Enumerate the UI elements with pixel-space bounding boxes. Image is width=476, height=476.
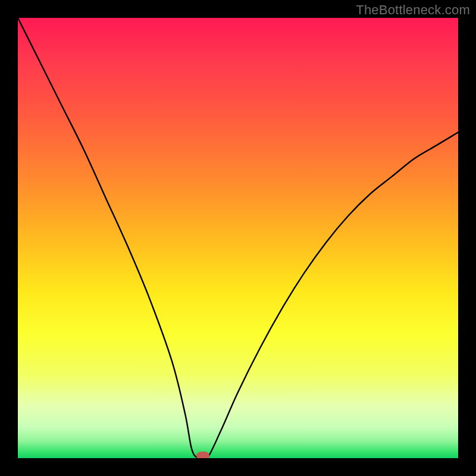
- chart-container: TheBottleneck.com: [0, 0, 476, 476]
- plot-area: [18, 18, 458, 458]
- watermark-text: TheBottleneck.com: [356, 2, 470, 18]
- bottleneck-curve: [18, 18, 458, 458]
- optimal-point-marker: [196, 452, 209, 458]
